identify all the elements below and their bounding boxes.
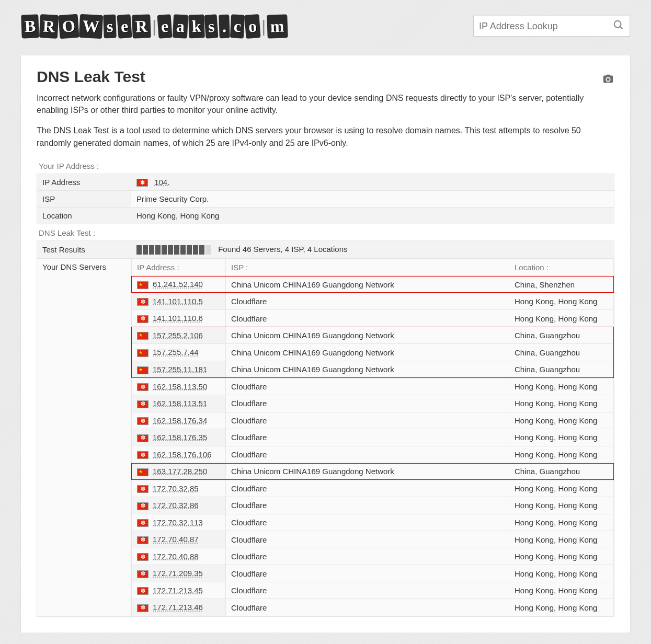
- dns-ip-link[interactable]: 162.158.176.35: [153, 433, 207, 442]
- table-header-row: IP Address : ISP : Location :: [132, 259, 614, 276]
- dns-isp-cell: Cloudflare: [226, 395, 509, 412]
- dns-ip-link[interactable]: 172.71.213.45: [153, 586, 203, 595]
- dns-section-heading: DNS Leak Test :: [37, 224, 614, 240]
- dns-ip-link[interactable]: 172.71.213.46: [153, 603, 203, 612]
- flag-icon: [137, 604, 149, 612]
- dns-ip-link[interactable]: 162.158.176.106: [153, 450, 212, 459]
- table-row: 172.71.213.46CloudflareHong Kong, Hong K…: [132, 599, 614, 616]
- dns-ip-link[interactable]: 162.158.176.34: [153, 416, 207, 425]
- dns-ip-cell: 141.101.110.6: [132, 310, 226, 327]
- dns-ip-cell: 163.177.28.250: [132, 463, 226, 480]
- search-box[interactable]: [473, 16, 630, 37]
- table-row: 172.71.209.35CloudflareHong Kong, Hong K…: [132, 565, 614, 582]
- dns-location-cell: China, Guangzhou: [509, 327, 614, 344]
- dns-ip-cell: 172.70.40.88: [132, 548, 226, 565]
- dns-ip-link[interactable]: 157.255.11.181: [153, 365, 207, 374]
- dns-ip-link[interactable]: 141.101.110.5: [153, 297, 203, 306]
- dns-isp-cell: China Unicom CHINA169 Guangdong Network: [226, 463, 509, 480]
- ip-address-link[interactable]: 104.: [154, 178, 169, 187]
- dns-location-cell: Hong Kong, Hong Kong: [509, 429, 614, 446]
- dns-isp-cell: China Unicom CHINA169 Guangdong Network: [226, 361, 509, 378]
- table-row: Location Hong Kong, Hong Kong: [37, 208, 614, 224]
- dns-location-cell: Hong Kong, Hong Kong: [509, 565, 614, 582]
- description-2: The DNS Leak Test is a tool used to dete…: [37, 124, 614, 148]
- dns-isp-cell: China Unicom CHINA169 Guangdong Network: [226, 344, 509, 361]
- dns-ip-cell: 172.70.40.87: [132, 531, 226, 548]
- site-logo[interactable]: BROWseR|eaks.co|m: [21, 15, 288, 38]
- table-row: IP Address 104.: [37, 174, 614, 191]
- dns-ip-link[interactable]: 172.70.32.113: [153, 518, 203, 527]
- search-icon[interactable]: [613, 19, 624, 33]
- dns-location-cell: Hong Kong, Hong Kong: [509, 514, 614, 531]
- table-row: 141.101.110.6CloudflareHong Kong, Hong K…: [132, 310, 614, 327]
- dns-ip-link[interactable]: 141.101.110.6: [153, 314, 203, 323]
- dns-isp-cell: Cloudflare: [226, 378, 509, 395]
- table-row: 172.70.40.88CloudflareHong Kong, Hong Ko…: [132, 548, 614, 565]
- ip-info-table: IP Address 104. ISP Prime Security Corp.…: [37, 174, 614, 225]
- flag-icon: [137, 553, 149, 561]
- table-row: 162.158.176.35CloudflareHong Kong, Hong …: [132, 429, 614, 446]
- dns-ip-link[interactable]: 162.158.113.50: [153, 382, 207, 391]
- dns-ip-link[interactable]: 172.70.32.85: [153, 484, 199, 493]
- dns-ip-cell: 172.71.213.46: [132, 599, 226, 616]
- dns-location-cell: Hong Kong, Hong Kong: [509, 531, 614, 548]
- dns-isp-cell: Cloudflare: [226, 293, 509, 310]
- dns-isp-cell: Cloudflare: [226, 310, 509, 327]
- flag-icon: [137, 434, 149, 442]
- dns-ip-link[interactable]: 172.70.32.86: [153, 501, 199, 510]
- test-results-cell: Found 46 Servers, 4 ISP, 4 Locations: [131, 241, 614, 259]
- flag-icon: [137, 315, 149, 323]
- dns-ip-link[interactable]: 163.177.28.250: [153, 467, 207, 476]
- flag-icon: [136, 179, 148, 187]
- table-row: 157.255.2.106China Unicom CHINA169 Guang…: [132, 327, 614, 344]
- table-row: 172.70.32.86CloudflareHong Kong, Hong Ko…: [132, 497, 614, 514]
- dns-ip-cell: 162.158.176.34: [132, 412, 226, 429]
- flag-icon: [137, 417, 149, 425]
- progress-bar-icon: [136, 245, 211, 255]
- dns-isp-cell: Cloudflare: [226, 531, 509, 548]
- dns-ip-cell: 157.255.7.44: [132, 344, 226, 361]
- isp-value: Prime Security Corp.: [131, 191, 614, 208]
- dns-location-cell: Hong Kong, Hong Kong: [509, 378, 614, 395]
- table-row: 162.158.113.50CloudflareHong Kong, Hong …: [132, 378, 614, 395]
- dns-isp-cell: China Unicom CHINA169 Guangdong Network: [226, 327, 509, 344]
- dns-ip-link[interactable]: 157.255.2.106: [153, 331, 203, 340]
- flag-icon: [137, 570, 149, 578]
- dns-ip-link[interactable]: 172.70.40.88: [153, 552, 199, 561]
- test-results-label: Test Results: [37, 241, 131, 259]
- dns-isp-cell: Cloudflare: [226, 582, 509, 599]
- dns-location-cell: Hong Kong, Hong Kong: [509, 582, 614, 599]
- dns-ip-link[interactable]: 61.241.52.140: [153, 280, 203, 289]
- table-row: 141.101.110.5CloudflareHong Kong, Hong K…: [132, 293, 614, 310]
- location-value: Hong Kong, Hong Kong: [131, 208, 614, 224]
- table-row: 172.70.40.87CloudflareHong Kong, Hong Ko…: [132, 531, 614, 548]
- dns-isp-cell: Cloudflare: [226, 446, 509, 463]
- flag-icon: [137, 587, 149, 595]
- table-row: 162.158.176.34CloudflareHong Kong, Hong …: [132, 412, 614, 429]
- dns-ip-link[interactable]: 162.158.113.51: [153, 399, 207, 408]
- dns-location-cell: China, Shenzhen: [509, 276, 614, 293]
- dns-servers-table: IP Address : ISP : Location : 61.241.52.…: [131, 259, 614, 616]
- svg-point-0: [614, 21, 621, 28]
- dns-ip-link[interactable]: 172.71.209.35: [153, 569, 203, 578]
- ip-value-cell: 104.: [131, 174, 614, 191]
- dns-info-table: Test Results Found 46 Servers, 4 ISP, 4 …: [37, 240, 614, 617]
- search-input[interactable]: [479, 21, 613, 32]
- dns-ip-link[interactable]: 172.70.40.87: [153, 535, 199, 544]
- page-title: DNS Leak Test: [37, 68, 145, 86]
- flag-icon: [137, 281, 149, 289]
- dns-ip-cell: 157.255.11.181: [132, 361, 226, 378]
- dns-servers-label: Your DNS Servers: [37, 259, 131, 617]
- dns-ip-link[interactable]: 157.255.7.44: [153, 348, 199, 356]
- ip-section-heading: Your IP Address :: [37, 157, 614, 174]
- dns-ip-cell: 162.158.176.35: [132, 429, 226, 446]
- flag-icon: [137, 502, 149, 510]
- dns-isp-cell: Cloudflare: [226, 412, 509, 429]
- dns-location-cell: Hong Kong, Hong Kong: [509, 395, 614, 412]
- flag-icon: [137, 451, 149, 459]
- dns-location-cell: Hong Kong, Hong Kong: [509, 446, 614, 463]
- dns-location-cell: Hong Kong, Hong Kong: [509, 548, 614, 565]
- camera-icon[interactable]: [602, 73, 614, 87]
- main-content: DNS Leak Test Incorrect network configur…: [21, 55, 630, 632]
- svg-line-1: [620, 27, 623, 29]
